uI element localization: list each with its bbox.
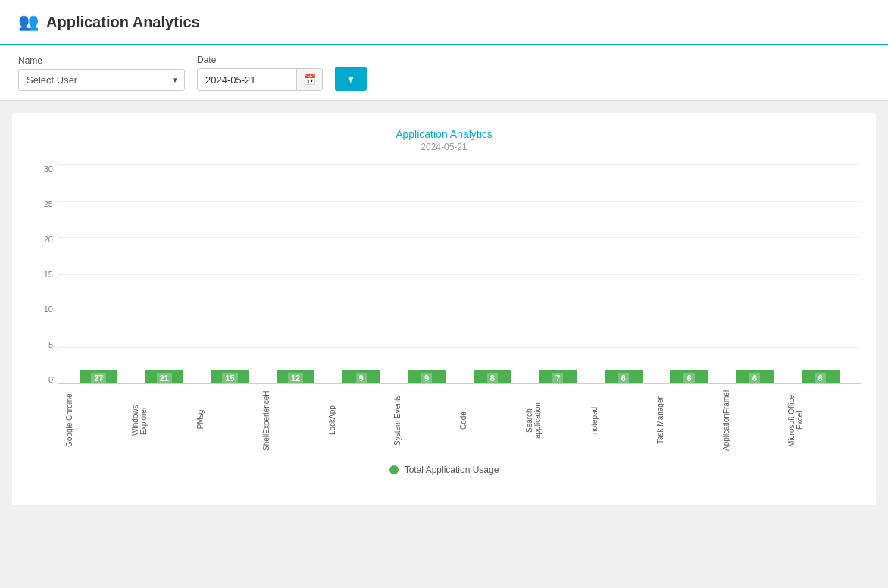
y-axis-label: 10 xyxy=(44,305,53,314)
x-axis-label: Windows Explorer xyxy=(131,390,197,451)
bar-item: 9 xyxy=(328,370,394,383)
x-axis-label: LockApp xyxy=(328,390,394,451)
bar: 7 xyxy=(539,370,577,383)
bar-item: 21 xyxy=(132,370,198,383)
x-axis-label: Microsoft Office Excel xyxy=(787,390,853,451)
bar-value-label: 7 xyxy=(552,373,563,383)
bar-item: 12 xyxy=(263,370,329,383)
page-header: 👥 Application Analytics xyxy=(0,0,888,45)
x-axis-label: IPMsg xyxy=(196,390,262,451)
bar-item: 6 xyxy=(787,370,853,383)
chart-legend: Total Application Usage xyxy=(27,464,861,475)
bar-value-label: 9 xyxy=(421,373,432,383)
bar: 6 xyxy=(670,370,708,383)
name-filter-group: Name Select User ▼ xyxy=(18,55,185,91)
filter-button[interactable]: ▼ xyxy=(335,67,367,91)
x-axis-label: Google Chrome xyxy=(65,390,131,451)
chart-plot-area: 2721151299876666 xyxy=(58,164,861,384)
bar-item: 6 xyxy=(656,370,722,383)
bar: 27 xyxy=(80,370,117,383)
bar: 6 xyxy=(802,370,840,383)
bar-value-label: 27 xyxy=(91,373,106,383)
chart-subtitle: 2024-05-21 xyxy=(27,142,861,152)
date-input-wrapper: 📅 xyxy=(197,68,323,91)
bar-value-label: 6 xyxy=(618,373,629,383)
legend-dot xyxy=(389,465,399,474)
bar-item: 9 xyxy=(394,370,460,383)
bar-value-label: 6 xyxy=(749,373,760,383)
filter-bar: Name Select User ▼ Date 📅 ▼ xyxy=(0,45,888,101)
bar-item: 15 xyxy=(197,370,263,383)
x-axis-label: Code xyxy=(459,390,525,451)
date-filter-group: Date 📅 xyxy=(197,55,323,91)
chart-area: 302520151050 2721151299876666 Google Chr… xyxy=(27,164,861,452)
x-axis-label: System Events xyxy=(393,390,459,451)
bars-row: 2721151299876666 xyxy=(58,164,861,383)
calendar-icon-button[interactable]: 📅 xyxy=(296,69,322,90)
x-axis-label: Task Manager xyxy=(656,390,722,451)
chart-title: Application Analytics xyxy=(27,128,861,140)
y-axis-label: 30 xyxy=(44,164,53,174)
analytics-icon: 👥 xyxy=(18,12,39,32)
bar-item: 6 xyxy=(591,370,657,383)
bar-item: 8 xyxy=(459,370,525,383)
bar-value-label: 15 xyxy=(222,373,237,383)
name-label: Name xyxy=(18,55,185,66)
y-axis-label: 20 xyxy=(44,235,53,244)
date-input[interactable] xyxy=(198,70,296,90)
date-label: Date xyxy=(197,55,323,65)
x-axis-label: ShellExperienceHost xyxy=(262,390,328,451)
name-select-wrapper: Select User ▼ xyxy=(18,69,185,91)
y-axis: 302520151050 xyxy=(27,164,58,384)
bar-value-label: 6 xyxy=(815,373,826,383)
bar: 9 xyxy=(408,370,446,383)
bar-value-label: 21 xyxy=(157,373,172,383)
bar-item: 6 xyxy=(722,370,788,383)
bar-item: 27 xyxy=(66,370,132,383)
bar: 9 xyxy=(342,370,380,383)
page-title: Application Analytics xyxy=(46,14,200,31)
x-axis-label: ApplicationFrameHost xyxy=(722,390,788,451)
chart-container: Application Analytics 2024-05-21 3025201… xyxy=(12,113,876,505)
bar: 8 xyxy=(474,370,511,383)
legend-label: Total Application Usage xyxy=(405,464,499,475)
bar-value-label: 12 xyxy=(288,373,303,383)
bar-item: 7 xyxy=(525,370,591,383)
y-axis-label: 5 xyxy=(48,340,53,349)
bar: 6 xyxy=(736,370,774,383)
bar-value-label: 9 xyxy=(356,373,367,383)
bar-value-label: 6 xyxy=(683,373,694,383)
bar: 12 xyxy=(277,370,314,383)
x-axis-label: Search application xyxy=(525,390,591,451)
bar: 21 xyxy=(145,370,183,383)
user-select[interactable]: Select User xyxy=(18,69,185,91)
bar: 15 xyxy=(211,370,249,383)
x-labels: Google ChromeWindows ExplorerIPMsgShellE… xyxy=(58,384,861,452)
y-axis-label: 15 xyxy=(44,270,53,279)
bar: 6 xyxy=(605,370,643,383)
x-axis-label: notepad xyxy=(590,390,656,451)
y-axis-label: 25 xyxy=(44,199,53,208)
bar-value-label: 8 xyxy=(487,373,498,383)
y-axis-label: 0 xyxy=(48,375,53,384)
filter-icon: ▼ xyxy=(346,73,356,85)
